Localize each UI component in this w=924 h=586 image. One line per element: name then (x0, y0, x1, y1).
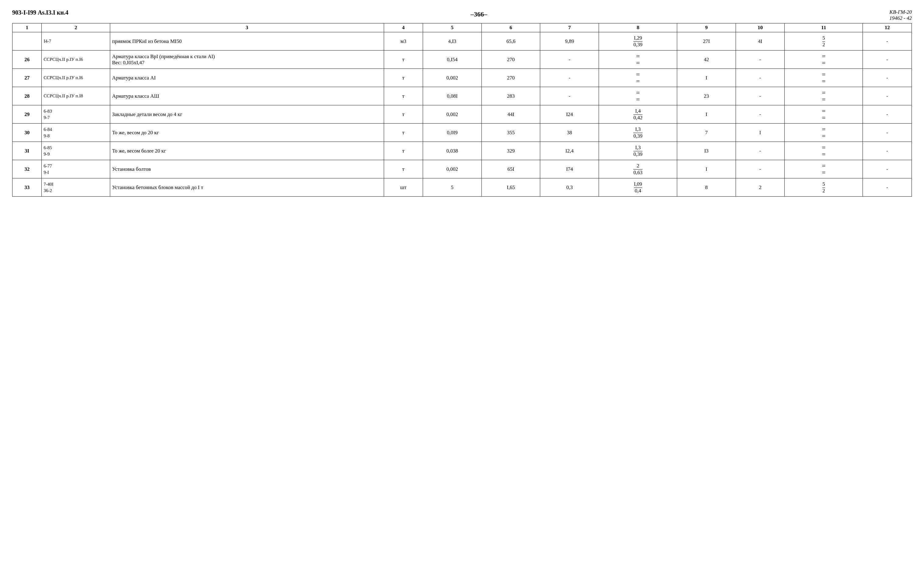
row-unit: т (384, 51, 423, 69)
row-col6: 65,6 (482, 32, 540, 51)
row-id: 28 (13, 87, 42, 105)
row-id: 30 (13, 124, 42, 142)
row-col8: I,090,4 (599, 178, 677, 196)
row-col8: == (599, 69, 677, 87)
main-table: 1 2 3 4 5 6 7 8 9 10 11 12 I4-7приямок П… (12, 23, 912, 196)
row-col5: 0,I54 (423, 51, 482, 69)
row-code: ССРСЦч.II р.IУ п.I6 (42, 51, 110, 69)
row-col8: I,40,42 (599, 105, 677, 124)
row-col11: 52 (785, 178, 863, 196)
row-col12: - (863, 124, 912, 142)
row-col8: == (599, 51, 677, 69)
row-col12: - (863, 51, 912, 69)
row-col10: - (736, 69, 785, 87)
row-col10: - (736, 105, 785, 124)
row-col5: 0,0I9 (423, 124, 482, 142)
row-col7: I24 (540, 105, 599, 124)
row-col12: - (863, 32, 912, 51)
row-col12: - (863, 105, 912, 124)
row-desc: Арматура класса BpI (приведённая к стали… (110, 51, 384, 69)
row-col12: - (863, 178, 912, 196)
table-row: 3I6-85 9-9То же, весом более 20 кгт0,038… (13, 142, 912, 160)
row-id (13, 32, 42, 51)
page-number: –366– (68, 9, 889, 18)
row-unit: т (384, 105, 423, 124)
row-col8: I,30,39 (599, 142, 677, 160)
row-id: 3I (13, 142, 42, 160)
col-header-4: 4 (384, 23, 423, 32)
row-col11: == (785, 51, 863, 69)
row-code: 6-83 9-7 (42, 105, 110, 124)
row-desc: Установка бетонных блоков массой до I т (110, 178, 384, 196)
row-col5: 0,038 (423, 142, 482, 160)
row-col12: - (863, 69, 912, 87)
row-col11: == (785, 142, 863, 160)
row-col10: - (736, 142, 785, 160)
doc-ref: КВ-ГМ-20 19462 - 42 (889, 9, 912, 21)
table-row: 296-83 9-7Закладные детали весом до 4 кг… (13, 105, 912, 124)
row-col9: I (677, 160, 736, 178)
row-col5: 5 (423, 178, 482, 196)
row-col10: - (736, 51, 785, 69)
col-header-12: 12 (863, 23, 912, 32)
row-col6: 355 (482, 124, 540, 142)
row-col6: I,65 (482, 178, 540, 196)
row-col12: - (863, 160, 912, 178)
row-code: ССРСЦч.II р.IУ п.I8 (42, 87, 110, 105)
row-col10: 2 (736, 178, 785, 196)
table-row: 27ССРСЦч.II р.IУ п.I6Арматура класса АIт… (13, 69, 912, 87)
col-header-7: 7 (540, 23, 599, 32)
row-unit: т (384, 142, 423, 160)
row-col8: I,30,39 (599, 124, 677, 142)
row-desc: приямок ПРКиI из бетона МI50 (110, 32, 384, 51)
col-header-6: 6 (482, 23, 540, 32)
row-col9: 42 (677, 51, 736, 69)
table-header-row: 1 2 3 4 5 6 7 8 9 10 11 12 (13, 23, 912, 32)
row-code: 7-40I 36-2 (42, 178, 110, 196)
row-col9: 23 (677, 87, 736, 105)
row-id: 33 (13, 178, 42, 196)
row-col6: 44I (482, 105, 540, 124)
row-id: 27 (13, 69, 42, 87)
row-col11: == (785, 105, 863, 124)
row-col10: 4I (736, 32, 785, 51)
row-col8: == (599, 87, 677, 105)
col-header-10: 10 (736, 23, 785, 32)
table-row: 306-84 9-8То же, весом до 20 кгт0,0I9355… (13, 124, 912, 142)
row-col10: - (736, 160, 785, 178)
row-desc: Установка болтов (110, 160, 384, 178)
row-col9: 8 (677, 178, 736, 196)
col-header-11: 11 (785, 23, 863, 32)
row-unit: шт (384, 178, 423, 196)
row-col11: 52 (785, 32, 863, 51)
row-desc: Арматура класса АI (110, 69, 384, 87)
table-row: 337-40I 36-2Установка бетонных блоков ма… (13, 178, 912, 196)
row-unit: т (384, 69, 423, 87)
row-code: 6-77 9-I (42, 160, 110, 178)
row-code: 6-84 9-8 (42, 124, 110, 142)
row-desc: То же, весом более 20 кг (110, 142, 384, 160)
row-col5: 0,08I (423, 87, 482, 105)
row-col7: I2,4 (540, 142, 599, 160)
row-col12: - (863, 87, 912, 105)
document-header: 903-I-I99 Аs.I3.I кн.4 –366– КВ-ГМ-20 19… (12, 9, 912, 21)
row-col11: == (785, 160, 863, 178)
row-col7: 0,3 (540, 178, 599, 196)
row-col6: 270 (482, 51, 540, 69)
col-header-1: 1 (13, 23, 42, 32)
row-col11: == (785, 69, 863, 87)
row-col6: 270 (482, 69, 540, 87)
row-col9: 27I (677, 32, 736, 51)
row-desc: То же, весом до 20 кг (110, 124, 384, 142)
row-col5: 4,I3 (423, 32, 482, 51)
row-col6: 65I (482, 160, 540, 178)
table-row: 326-77 9-IУстановка болтовт0,00265II7420… (13, 160, 912, 178)
row-desc: Закладные детали весом до 4 кг (110, 105, 384, 124)
row-col10: I (736, 124, 785, 142)
row-col5: 0,002 (423, 69, 482, 87)
row-col7: - (540, 51, 599, 69)
row-desc: Арматура класса АШ (110, 87, 384, 105)
row-col12: - (863, 142, 912, 160)
row-unit: т (384, 160, 423, 178)
row-col11: == (785, 124, 863, 142)
